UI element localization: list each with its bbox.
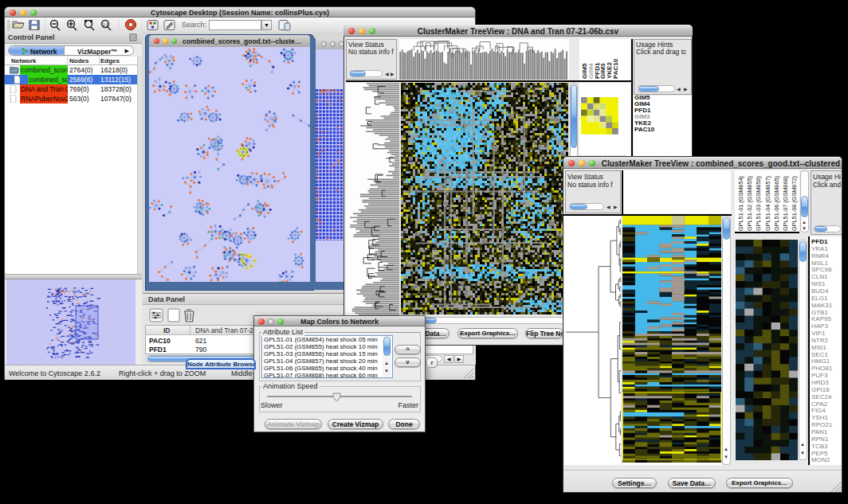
svg-text:NTR2: NTR2 [811, 337, 828, 344]
svg-text:GPL51-08 (GSM872): GPL51-08 (GSM872) [791, 176, 798, 231]
svg-text:RNR4: RNR4 [811, 252, 829, 260]
svg-text:GPL51-07 (GSM868): GPL51-07 (GSM868) [782, 176, 789, 231]
svg-text:HAP3: HAP3 [811, 322, 828, 330]
svg-text:NIS1: NIS1 [811, 280, 826, 287]
svg-text:RPO21: RPO21 [811, 421, 833, 428]
svg-text:SEC24: SEC24 [811, 393, 832, 400]
svg-text:PAN1: PAN1 [811, 428, 828, 436]
svg-text:GPL51-03 (GSM856): GPL51-03 (GSM856) [755, 176, 762, 231]
svg-text:HRD3: HRD3 [811, 379, 829, 386]
svg-text:TCB3: TCB3 [811, 443, 828, 450]
svg-text:BUD4: BUD4 [811, 287, 829, 295]
svg-text:PUF3: PUF3 [811, 372, 828, 379]
svg-text:MSI1: MSI1 [811, 344, 826, 351]
svg-text:PFD1: PFD1 [811, 238, 828, 245]
svg-text:YRA1: YRA1 [811, 245, 828, 252]
svg-text:SEC1: SEC1 [811, 351, 828, 358]
svg-text:KAP95: KAP95 [811, 315, 831, 322]
svg-text:SPC98: SPC98 [811, 266, 832, 273]
svg-text:GTB1: GTB1 [811, 309, 828, 316]
svg-text:MON2: MON2 [811, 456, 830, 463]
svg-text:PEP5: PEP5 [811, 450, 828, 457]
svg-text:GPL51-01 (GSM854): GPL51-01 (GSM854) [737, 176, 744, 231]
svg-text:VIP1: VIP1 [811, 330, 826, 337]
svg-text:CLN1: CLN1 [811, 273, 828, 280]
svg-text:MAK31: MAK31 [811, 302, 833, 309]
svg-text:GPL51-02 (GSM855): GPL51-02 (GSM855) [746, 176, 753, 231]
svg-text:HMG1: HMG1 [811, 357, 830, 365]
svg-text:MSL1: MSL1 [811, 260, 828, 267]
svg-text:1:1: 1:1 [103, 22, 109, 27]
svg-text:YSH1: YSH1 [811, 414, 828, 421]
svg-text:CPA2: CPA2 [811, 400, 828, 408]
svg-text:GPI16: GPI16 [811, 386, 830, 393]
svg-text:FIG4: FIG4 [811, 407, 826, 414]
svg-text:RPN1: RPN1 [811, 436, 829, 443]
svg-text:PHO81: PHO81 [811, 365, 833, 372]
svg-text:PAC10: PAC10 [612, 58, 619, 79]
svg-text:GPL51-06 (GSM865): GPL51-06 (GSM865) [773, 176, 780, 231]
svg-text:ELG1: ELG1 [811, 295, 828, 302]
svg-text:GPL51-04 (GSM857): GPL51-04 (GSM857) [764, 176, 771, 231]
